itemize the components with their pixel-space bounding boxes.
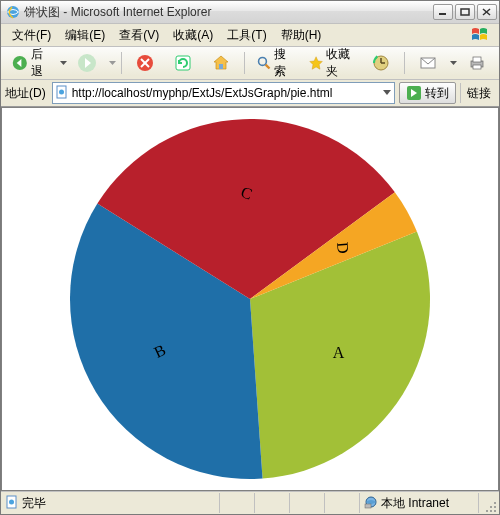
status-bar: 完毕 本地 Intranet [1,491,499,514]
address-label: 地址(D) [3,85,48,102]
window-title: 饼状图 - Microsoft Internet Explorer [24,4,211,21]
status-cell-4 [290,493,325,513]
address-dropdown-icon[interactable] [382,86,392,100]
address-input[interactable] [72,85,379,101]
menu-view[interactable]: 查看(V) [112,25,166,46]
history-button[interactable] [363,49,399,77]
svg-point-32 [490,510,492,512]
menu-bar: 文件(F) 编辑(E) 查看(V) 收藏(A) 工具(T) 帮助(H) [1,24,499,47]
stop-button[interactable] [127,49,163,77]
svg-line-13 [266,65,270,69]
go-label: 转到 [425,85,449,102]
home-button[interactable] [203,49,239,77]
svg-point-29 [490,506,492,508]
svg-rect-11 [219,64,223,69]
page-icon [55,85,69,102]
address-input-wrap[interactable] [52,82,395,104]
go-button[interactable]: 转到 [399,82,456,104]
mail-dropdown[interactable] [450,52,457,74]
favorites-label: 收藏夹 [326,46,354,80]
windows-flag-icon [467,24,495,46]
svg-point-22 [59,89,64,94]
pie-label-D: D [334,241,352,254]
menu-help[interactable]: 帮助(H) [274,25,329,46]
forward-dropdown[interactable] [109,52,116,74]
pie-label-A: A [333,344,345,361]
resize-grip[interactable] [479,491,499,515]
svg-point-12 [259,58,267,66]
intranet-icon [364,495,378,512]
links-label[interactable]: 链接 [460,83,497,103]
menu-tools[interactable]: 工具(T) [220,25,273,46]
menu-file[interactable]: 文件(F) [5,25,58,46]
forward-button[interactable] [69,49,105,77]
menu-edit[interactable]: 编辑(E) [58,25,112,46]
done-icon [5,495,19,512]
browser-window: 饼状图 - Microsoft Internet Explorer 文件(F) … [0,0,500,515]
status-text-cell: 完毕 [1,493,220,513]
zone-label: 本地 Intranet [381,495,449,512]
favorites-button[interactable]: 收藏夹 [302,49,361,77]
close-button[interactable] [477,4,497,20]
svg-rect-19 [473,57,481,62]
svg-rect-27 [365,504,371,508]
security-zone: 本地 Intranet [360,493,479,513]
status-cell-5 [325,493,360,513]
ie-icon [5,4,21,20]
status-cell-2 [220,493,255,513]
toolbar: 后退 [1,47,499,80]
svg-point-33 [494,510,496,512]
address-bar: 地址(D) 转到 链接 [1,80,499,107]
svg-point-25 [9,499,14,504]
minimize-button[interactable] [433,4,453,20]
status-text: 完毕 [22,495,46,512]
back-button[interactable]: 后退 [5,49,56,77]
svg-rect-2 [461,9,469,15]
back-label: 后退 [31,46,50,80]
search-label: 搜索 [274,46,293,80]
svg-point-31 [486,510,488,512]
print-button[interactable] [459,49,495,77]
maximize-button[interactable] [455,4,475,20]
svg-point-30 [494,506,496,508]
refresh-button[interactable] [165,49,201,77]
svg-rect-20 [473,65,481,69]
back-dropdown[interactable] [60,52,67,74]
title-bar: 饼状图 - Microsoft Internet Explorer [1,1,499,24]
menu-favorites[interactable]: 收藏(A) [166,25,220,46]
status-cell-3 [255,493,290,513]
content-area: ABCD [1,107,499,491]
mail-button[interactable] [410,49,446,77]
search-button[interactable]: 搜索 [250,49,300,77]
svg-point-28 [494,502,496,504]
pie-chart: ABCD [2,108,498,490]
